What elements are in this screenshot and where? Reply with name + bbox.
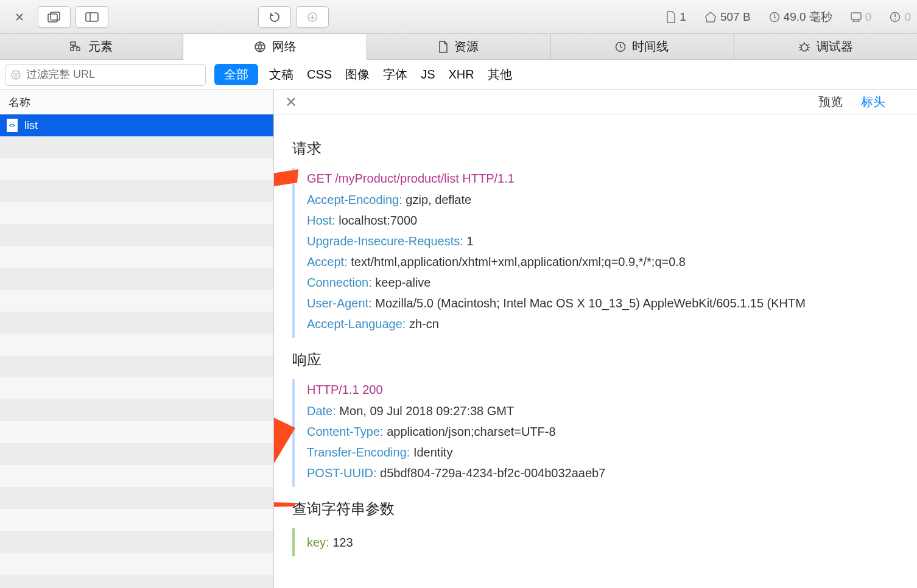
header-value: keep-alive — [372, 276, 431, 289]
request-row-selected[interactable]: list — [0, 114, 273, 136]
filter-js[interactable]: JS — [418, 68, 437, 82]
header-line: key: 123 — [307, 532, 899, 553]
download-button[interactable] — [296, 6, 329, 28]
svg-point-18 — [12, 71, 20, 79]
request-block: GET /myProduct/product/list HTTP/1.1 Acc… — [292, 168, 899, 338]
svg-point-8 — [894, 18, 896, 19]
tab-label: 时间线 — [632, 38, 669, 55]
header-key: Upgrade-Insecure-Requests: — [307, 234, 463, 248]
header-line: Accept-Encoding: gzip, deflate — [307, 189, 899, 210]
detail-tabs: ✕ 预览 标头 — [274, 90, 917, 114]
header-key: POST-UUID: — [307, 466, 376, 480]
svg-rect-11 — [77, 47, 80, 51]
tab-label: 调试器 — [817, 38, 853, 55]
stat-documents: 1 — [666, 10, 686, 24]
header-line: Content-Type: application/json;charset=U… — [307, 421, 899, 442]
header-value: zh-cn — [406, 317, 438, 331]
filter-other[interactable]: 其他 — [485, 66, 515, 83]
sidebar-header: 名称 — [0, 90, 273, 114]
header-key: Transfer-Encoding: — [307, 446, 410, 459]
filter-css[interactable]: CSS — [304, 68, 334, 82]
query-section-title: 查询字符串参数 — [292, 499, 899, 519]
header-line: Upgrade-Insecure-Requests: 1 — [307, 231, 899, 251]
filter-xhr[interactable]: XHR — [446, 68, 476, 82]
response-section-title: 响应 — [292, 350, 899, 369]
tab-elements[interactable]: 元素 — [0, 34, 183, 59]
close-detail-button[interactable]: ✕ — [285, 94, 297, 111]
header-key: Accept-Language: — [307, 317, 406, 331]
header-key: Content-Type: — [307, 425, 384, 438]
svg-rect-0 — [48, 14, 57, 22]
windows-button[interactable] — [38, 6, 71, 28]
filter-all[interactable]: 全部 — [214, 64, 258, 85]
header-value: Identity — [410, 446, 452, 459]
filter-bar: 全部 文稿 CSS 图像 字体 JS XHR 其他 — [0, 60, 917, 90]
svg-rect-1 — [51, 12, 60, 20]
header-line: Connection: keep-alive — [307, 272, 899, 293]
header-value: localhost:7000 — [336, 214, 418, 227]
sidebar-toggle-button[interactable] — [76, 6, 108, 28]
stat-doc-count: 1 — [680, 10, 686, 24]
header-value: Mozilla/5.0 (Macintosh; Intel Mac OS X 1… — [372, 296, 806, 310]
header-value: Mon, 09 Jul 2018 09:27:38 GMT — [336, 404, 514, 418]
stat-errors: 0 — [890, 10, 911, 24]
header-line: Accept: text/html,application/xhtml+xml,… — [307, 251, 899, 272]
tab-debugger[interactable]: 调试器 — [734, 34, 917, 59]
stat-time-value: 49.0 毫秒 — [784, 9, 832, 25]
main-tabs: 元素 网络 资源 时间线 调试器 — [0, 34, 917, 60]
request-name: list — [24, 119, 38, 132]
request-list[interactable]: list — [0, 114, 273, 588]
header-value: gzip, deflate — [402, 193, 471, 206]
detail-tab-preview[interactable]: 预览 — [818, 94, 843, 110]
header-line: Host: localhost:7000 — [307, 210, 899, 231]
filter-doc[interactable]: 文稿 — [267, 66, 296, 83]
detail-body[interactable]: 请求 GET /myProduct/product/list HTTP/1.1 … — [274, 114, 917, 588]
svg-rect-9 — [71, 42, 76, 45]
header-value: 123 — [329, 536, 353, 549]
svg-point-17 — [801, 44, 807, 51]
header-line: Date: Mon, 09 Jul 2018 09:27:38 GMT — [307, 401, 899, 421]
header-key: Accept-Encoding: — [307, 193, 402, 206]
close-button[interactable] — [6, 7, 33, 27]
response-block: HTTP/1.1 200 Date: Mon, 09 Jul 2018 09:2… — [292, 379, 899, 487]
url-filter-field[interactable] — [26, 68, 200, 81]
filter-img[interactable]: 图像 — [343, 66, 372, 83]
filter-font[interactable]: 字体 — [381, 66, 410, 83]
tab-label: 元素 — [88, 38, 113, 55]
stat-logs-value: 0 — [865, 10, 872, 24]
url-filter-input[interactable] — [5, 64, 206, 86]
reload-button[interactable] — [258, 6, 291, 28]
stat-time: 49.0 毫秒 — [769, 9, 832, 25]
tab-label: 资源 — [454, 38, 479, 55]
content-area: 名称 list ✕ 预览 标头 请求 GET /myProduct/produc… — [0, 90, 917, 588]
response-status-line: HTTP/1.1 200 — [307, 383, 899, 397]
tab-label: 网络 — [272, 38, 297, 55]
tab-timeline[interactable]: 时间线 — [550, 34, 734, 59]
header-line: POST-UUID: d5bdf804-729a-4234-bf2c-004b0… — [307, 463, 899, 483]
header-line: User-Agent: Mozilla/5.0 (Macintosh; Inte… — [307, 293, 899, 313]
header-value: text/html,application/xhtml+xml,applicat… — [348, 255, 686, 268]
header-key: User-Agent: — [307, 296, 372, 310]
request-status-line: GET /myProduct/product/list HTTP/1.1 — [307, 172, 899, 186]
svg-rect-10 — [71, 47, 74, 51]
svg-rect-6 — [851, 13, 861, 19]
request-sidebar: 名称 list — [0, 90, 274, 588]
tab-resources[interactable]: 资源 — [367, 34, 550, 59]
header-key: key: — [307, 536, 329, 549]
filter-icon — [10, 69, 21, 80]
stat-size: 507 B — [704, 10, 751, 24]
header-key: Date: — [307, 404, 336, 418]
header-line: Accept-Language: zh-cn — [307, 313, 899, 334]
detail-tab-headers[interactable]: 标头 — [861, 94, 885, 110]
header-line: Transfer-Encoding: Identity — [307, 442, 899, 463]
file-icon — [6, 118, 18, 133]
stat-logs: 0 — [851, 10, 872, 24]
header-key: Host: — [307, 214, 336, 227]
stat-size-value: 507 B — [720, 10, 751, 24]
svg-rect-2 — [86, 13, 98, 21]
tab-network[interactable]: 网络 — [183, 33, 367, 59]
header-value: application/json;charset=UTF-8 — [384, 425, 556, 438]
stat-err-value: 0 — [904, 10, 911, 24]
header-value: d5bdf804-729a-4234-bf2c-004b032aaeb7 — [376, 466, 605, 480]
detail-panel: ✕ 预览 标头 请求 GET /myProduct/product/list H… — [274, 90, 917, 588]
